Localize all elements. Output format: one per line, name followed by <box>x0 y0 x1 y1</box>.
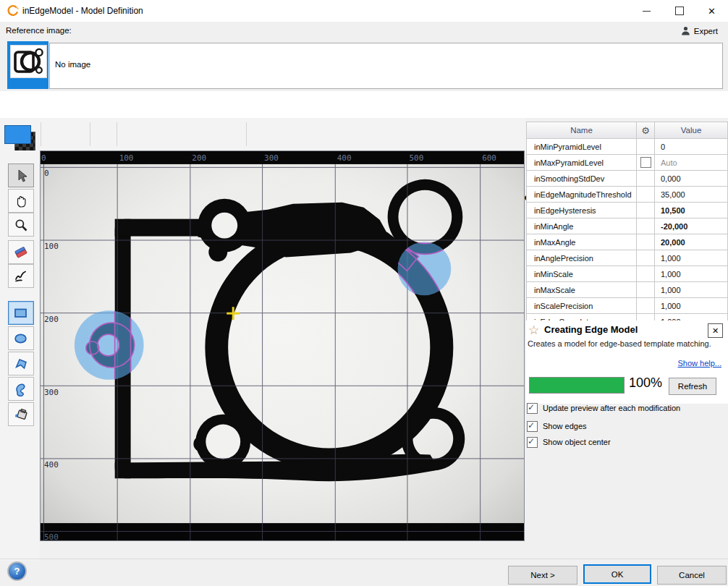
step-bar: i Step 1/2: Select a region containing c… <box>0 91 728 118</box>
param-value[interactable]: 1,000 <box>655 266 727 281</box>
fill-tool-button[interactable] <box>8 402 34 426</box>
ellipse-region-tool-button[interactable] <box>8 326 34 350</box>
reference-image-strip[interactable] <box>49 43 723 89</box>
panel-description: Creates a model for edge-based template … <box>528 339 724 348</box>
color-swatch[interactable] <box>1 121 36 148</box>
table-header[interactable]: Name ⚙ Value <box>527 122 728 139</box>
ok-button[interactable]: OK <box>583 564 651 584</box>
scribble-icon <box>14 269 28 284</box>
polygon-icon <box>14 357 28 371</box>
expert-button[interactable]: Expert <box>681 26 718 35</box>
svg-text:400: 400 <box>44 460 59 470</box>
param-name: inEdgeMagnitudeThreshold <box>527 187 637 202</box>
magnifier-icon <box>14 218 28 232</box>
eraser-tool-button[interactable] <box>8 240 34 264</box>
column-header-name[interactable]: Name <box>527 122 637 138</box>
tool-palette <box>0 150 40 561</box>
table-row[interactable]: inMinPyramidLevel 0 <box>527 139 728 155</box>
param-name: inMinAngle <box>527 218 637 234</box>
next-button[interactable]: Next > <box>508 566 577 585</box>
param-value[interactable]: 10,500 <box>655 203 727 218</box>
cancel-button[interactable]: Cancel <box>657 566 727 585</box>
zoom-tool-button[interactable] <box>8 213 34 237</box>
param-value[interactable]: Auto <box>655 155 727 170</box>
param-value[interactable]: 0,000 <box>655 171 727 186</box>
table-row[interactable]: inMaxPyramidLevel Auto <box>527 155 728 171</box>
table-row[interactable]: inMinAngle -20,000 <box>527 218 728 234</box>
close-icon: ✕ <box>712 326 719 336</box>
checkbox-checked-icon[interactable] <box>527 403 538 414</box>
param-value[interactable]: 1,000 <box>655 282 727 297</box>
table-row[interactable]: inScalePrecision 1,000 <box>527 298 728 314</box>
select-tool-button[interactable] <box>8 164 34 187</box>
ellipse-icon <box>13 332 29 345</box>
polygon-region-tool-button[interactable] <box>8 352 34 375</box>
param-value[interactable]: -20,000 <box>655 218 727 234</box>
option-label: Update preview after each modification <box>543 404 680 412</box>
option-update-preview[interactable]: Update preview after each modification <box>527 402 727 414</box>
pan-tool-button[interactable] <box>8 189 34 213</box>
blob-icon <box>14 382 28 396</box>
help-button[interactable]: ? <box>7 561 27 581</box>
table-row[interactable]: inMaxScale 1,000 <box>527 282 728 298</box>
progress-percent: 100% <box>629 375 662 391</box>
param-value[interactable]: 1,000 <box>655 250 727 266</box>
star-icon: ☆ <box>528 323 539 338</box>
option-show-edges[interactable]: Show edges <box>527 420 727 432</box>
close-button[interactable]: ✕ <box>695 0 728 22</box>
param-value[interactable]: 0 <box>655 139 727 154</box>
table-row[interactable]: inEdgeHysteresis 10,500 <box>527 203 728 218</box>
model-region-circle-left[interactable] <box>75 310 144 380</box>
column-header-value[interactable]: Value <box>655 122 727 138</box>
param-name: inSmoothingStdDev <box>527 171 637 186</box>
svg-text:400: 400 <box>337 153 352 163</box>
svg-text:0: 0 <box>44 169 49 178</box>
svg-text:500: 500 <box>409 153 423 163</box>
option-label: Show object center <box>543 438 611 446</box>
param-value[interactable]: 20,000 <box>655 234 727 250</box>
progress-bar-fill <box>530 378 624 393</box>
param-value[interactable]: 1,000 <box>655 298 727 313</box>
show-help-link[interactable]: Show help... <box>526 359 721 368</box>
freehand-tool-button[interactable] <box>8 264 34 288</box>
eraser-icon <box>14 245 28 260</box>
no-image-text: No image <box>55 60 90 69</box>
panel-close-button[interactable]: ✕ <box>708 323 723 338</box>
table-row[interactable]: inEdgeMagnitudeThreshold 35,000 <box>527 187 728 203</box>
reference-thumbnail-selected[interactable] <box>7 41 48 89</box>
rectangle-region-tool-button[interactable] <box>8 301 34 325</box>
svg-text:0: 0 <box>41 153 46 163</box>
param-value[interactable]: 35,000 <box>655 187 727 202</box>
toolbar-separator <box>246 122 247 146</box>
checkbox-checked-icon[interactable] <box>527 421 538 432</box>
auto-checkbox[interactable] <box>640 157 651 168</box>
minimize-button[interactable] <box>630 0 663 22</box>
image-canvas[interactable]: 0 100 200 300 400 500 600 0 100 200 300 … <box>40 150 525 541</box>
svg-text:500: 500 <box>44 532 59 540</box>
person-icon <box>681 26 690 35</box>
table-row[interactable]: inAnglePrecision 1,000 <box>527 250 728 266</box>
param-name: inMaxPyramidLevel <box>527 155 637 170</box>
maximize-button[interactable] <box>663 0 695 22</box>
cursor-icon <box>14 169 28 183</box>
table-row[interactable]: inMaxAngle 20,000 <box>527 234 728 250</box>
svg-text:100: 100 <box>44 242 59 251</box>
freeform-region-tool-button[interactable] <box>8 377 34 401</box>
toolbar-separator <box>117 122 117 146</box>
progress-bar <box>529 377 625 394</box>
creating-edge-model-panel: ☆ Creating Edge Model ✕ Creates a model … <box>526 320 728 404</box>
gear-icon[interactable]: ⚙ <box>637 122 655 138</box>
table-row[interactable]: inSmoothingStdDev 0,000 <box>527 171 728 187</box>
option-label: Show edges <box>543 422 587 430</box>
checkbox-checked-icon[interactable] <box>527 437 538 448</box>
refresh-button[interactable]: Refresh <box>669 378 716 395</box>
expert-label: Expert <box>694 27 718 35</box>
option-show-object-center[interactable]: Show object center <box>527 436 727 448</box>
hand-icon <box>14 194 28 208</box>
canvas-toolbar: Scale: 100 % ▼ Load Image... <box>0 118 526 150</box>
minimize-icon <box>643 11 651 12</box>
canvas-drawing: 0 100 200 300 400 500 600 0 100 200 300 … <box>41 151 524 540</box>
model-definition-dialog: inEdgeModel - Model Definition ✕ Referen… <box>0 0 728 586</box>
param-name: inMinScale <box>527 266 637 281</box>
table-row[interactable]: inMinScale 1,000 <box>527 266 728 282</box>
